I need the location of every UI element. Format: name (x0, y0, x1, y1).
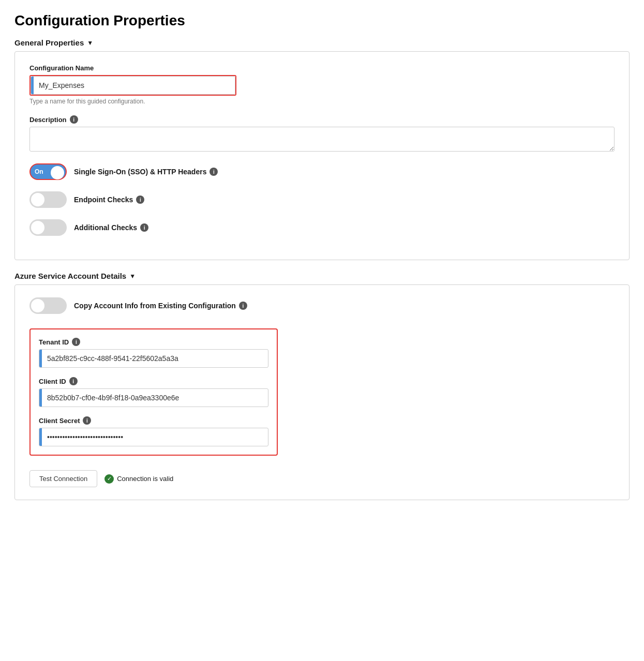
azure-details-box: Copy Account Info from Existing Configur… (14, 284, 630, 500)
sso-toggle[interactable]: On (29, 163, 67, 180)
copy-toggle[interactable] (29, 297, 67, 314)
check-circle-icon: ✓ (104, 474, 114, 484)
connection-status: ✓ Connection is valid (104, 474, 173, 484)
azure-details-label: Azure Service Account Details (14, 272, 126, 280)
tenant-id-input-container (39, 349, 268, 368)
endpoint-toggle-row: Endpoint Checks i (29, 191, 615, 208)
client-id-input-container (39, 388, 268, 407)
tenant-id-label: Tenant ID i (39, 338, 268, 346)
config-name-label: Configuration Name (29, 64, 615, 72)
client-secret-input[interactable] (42, 428, 268, 446)
tenant-id-label-text: Tenant ID (39, 338, 69, 346)
additional-info-icon[interactable]: i (140, 223, 148, 232)
sso-label-text: Single Sign-On (SSO) & HTTP Headers (74, 168, 206, 176)
config-name-label-text: Configuration Name (29, 64, 94, 72)
azure-details-header[interactable]: Azure Service Account Details ▼ (14, 272, 630, 280)
general-properties-header[interactable]: General Properties ▼ (14, 38, 630, 47)
description-info-icon[interactable]: i (70, 115, 78, 124)
general-properties-box: Configuration Name Type a name for this … (14, 51, 630, 260)
additional-toggle-row: Additional Checks i (29, 219, 615, 236)
client-id-input[interactable] (42, 389, 268, 407)
connection-status-text: Connection is valid (117, 475, 173, 483)
client-id-label: Client ID i (39, 377, 268, 385)
azure-details-chevron: ▼ (129, 273, 136, 280)
azure-credentials-group: Tenant ID i Client ID i Client Secret (29, 328, 278, 456)
config-name-input-wrapper (29, 75, 236, 96)
config-name-input-container (31, 76, 235, 95)
sso-info-icon[interactable]: i (209, 168, 218, 176)
sso-toggle-row: On Single Sign-On (SSO) & HTTP Headers i (29, 163, 615, 180)
client-secret-group: Client Secret i (39, 416, 268, 446)
config-name-hint: Type a name for this guided configuratio… (29, 98, 615, 105)
copy-toggle-row: Copy Account Info from Existing Configur… (29, 297, 615, 314)
tenant-id-info-icon[interactable]: i (72, 338, 80, 346)
tenant-id-group: Tenant ID i (39, 338, 268, 368)
general-properties-chevron: ▼ (87, 39, 93, 47)
copy-toggle-label: Copy Account Info from Existing Configur… (74, 302, 247, 310)
additional-toggle-knob (31, 221, 44, 234)
additional-label-text: Additional Checks (74, 223, 137, 232)
description-label: Description i (29, 115, 615, 124)
client-id-group: Client ID i (39, 377, 268, 407)
client-id-label-text: Client ID (39, 378, 66, 385)
additional-toggle[interactable] (29, 219, 67, 236)
sso-toggle-text: On (35, 168, 43, 175)
config-name-input[interactable] (34, 77, 235, 94)
general-properties-label: General Properties (14, 38, 84, 47)
client-secret-label: Client Secret i (39, 416, 268, 425)
description-textarea[interactable] (29, 127, 615, 152)
client-id-info-icon[interactable]: i (69, 377, 78, 385)
client-secret-label-text: Client Secret (39, 417, 80, 425)
endpoint-toggle[interactable] (29, 191, 67, 208)
test-connection-row: Test Connection ✓ Connection is valid (29, 470, 615, 487)
copy-info-icon[interactable]: i (239, 302, 247, 310)
endpoint-toggle-label: Endpoint Checks i (74, 196, 144, 204)
endpoint-toggle-knob (31, 193, 44, 206)
additional-toggle-label: Additional Checks i (74, 223, 148, 232)
client-secret-info-icon[interactable]: i (83, 416, 91, 425)
endpoint-info-icon[interactable]: i (136, 196, 144, 204)
copy-label-text: Copy Account Info from Existing Configur… (74, 302, 236, 310)
sso-toggle-label: Single Sign-On (SSO) & HTTP Headers i (74, 168, 218, 176)
test-connection-button[interactable]: Test Connection (29, 470, 97, 487)
client-secret-input-container (39, 428, 268, 446)
description-group: Description i (29, 115, 615, 153)
description-label-text: Description (29, 116, 67, 124)
page-title: Configuration Properties (14, 12, 630, 29)
sso-toggle-knob (51, 166, 64, 179)
tenant-id-input[interactable] (42, 350, 268, 367)
copy-toggle-knob (31, 299, 44, 312)
endpoint-label-text: Endpoint Checks (74, 196, 133, 204)
config-name-group: Configuration Name Type a name for this … (29, 64, 615, 105)
